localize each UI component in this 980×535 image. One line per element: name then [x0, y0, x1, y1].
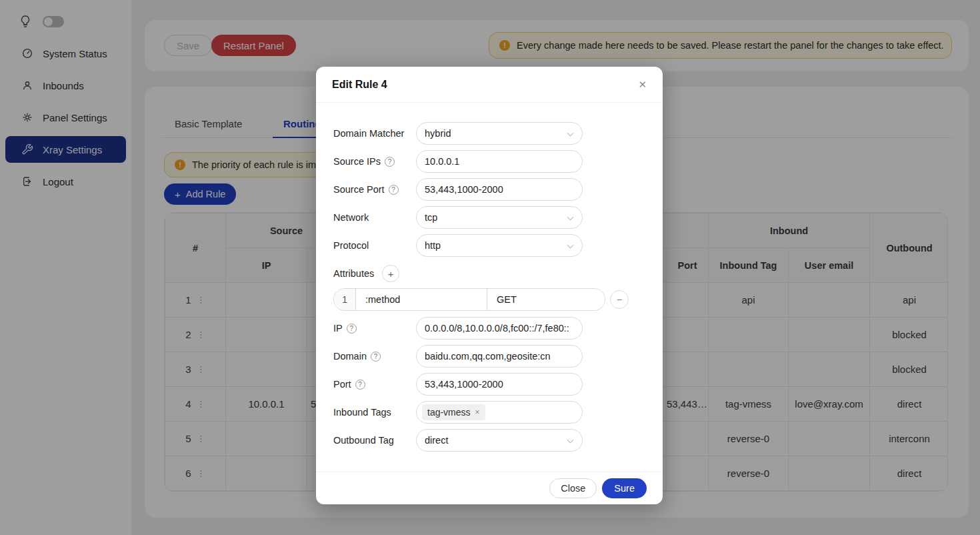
- field-domain: Domain: [333, 345, 645, 368]
- attribute-key-input[interactable]: [356, 289, 487, 310]
- field-label: Domain: [333, 351, 367, 362]
- domain-matcher-select[interactable]: hybrid: [416, 122, 583, 145]
- field-label: Network: [333, 212, 416, 223]
- attribute-row: 1: [333, 288, 645, 311]
- protocol-select[interactable]: http: [416, 234, 583, 257]
- field-label: Inbound Tags: [333, 407, 416, 418]
- domain-input[interactable]: [416, 345, 583, 368]
- field-label: Outbound Tag: [333, 435, 416, 446]
- field-label: Source Port: [333, 184, 385, 195]
- modal-header: Edit Rule 4: [316, 67, 663, 103]
- chevron-down-icon: [567, 130, 574, 137]
- modal-body: Domain Matcher hybrid Source IPs Source …: [333, 103, 645, 457]
- field-label: IP: [333, 323, 343, 334]
- help-icon[interactable]: [347, 324, 357, 334]
- modal-footer: Close Sure: [316, 472, 663, 504]
- field-protocol: Protocol http: [333, 234, 645, 257]
- field-label: Attributes: [333, 268, 374, 279]
- field-source-ips: Source IPs: [333, 150, 645, 173]
- source-port-input[interactable]: [416, 178, 583, 201]
- chevron-down-icon: [567, 437, 574, 444]
- source-ips-input[interactable]: [416, 150, 583, 173]
- ip-input[interactable]: [416, 317, 583, 340]
- chevron-down-icon: [567, 214, 574, 221]
- field-ip: IP: [333, 317, 645, 340]
- network-select[interactable]: tcp: [416, 206, 583, 229]
- sure-button[interactable]: Sure: [602, 478, 647, 498]
- help-icon[interactable]: [371, 352, 381, 362]
- edit-rule-modal: Edit Rule 4 Domain Matcher hybrid Source…: [316, 67, 663, 504]
- remove-attribute-button[interactable]: [610, 290, 629, 309]
- field-inbound-tags: Inbound Tags tag-vmess: [333, 401, 645, 424]
- inbound-tags-select[interactable]: tag-vmess: [416, 401, 583, 424]
- outbound-tag-select[interactable]: direct: [416, 429, 583, 452]
- help-icon[interactable]: [385, 157, 395, 167]
- help-icon[interactable]: [389, 185, 399, 195]
- field-outbound-tag: Outbound Tag direct: [333, 429, 645, 452]
- tag-chip: tag-vmess: [422, 404, 485, 420]
- port-input[interactable]: [416, 373, 583, 396]
- attribute-value-input[interactable]: [487, 289, 605, 310]
- field-label: Protocol: [333, 240, 416, 251]
- field-label: Port: [333, 379, 351, 390]
- add-attribute-button[interactable]: [382, 265, 399, 282]
- field-port: Port: [333, 373, 645, 396]
- field-source-port: Source Port: [333, 178, 645, 201]
- attribute-group: 1: [333, 288, 605, 311]
- close-button[interactable]: Close: [549, 478, 597, 498]
- attribute-index: 1: [334, 289, 356, 310]
- chevron-down-icon: [567, 242, 574, 249]
- help-icon[interactable]: [355, 380, 365, 390]
- field-domain-matcher: Domain Matcher hybrid: [333, 122, 645, 145]
- field-label: Source IPs: [333, 156, 381, 167]
- remove-tag-icon[interactable]: [475, 408, 480, 417]
- field-attributes: Attributes: [333, 262, 645, 285]
- close-icon[interactable]: [638, 79, 647, 89]
- field-label: Domain Matcher: [333, 128, 416, 139]
- modal-title: Edit Rule 4: [332, 79, 387, 91]
- field-network: Network tcp: [333, 206, 645, 229]
